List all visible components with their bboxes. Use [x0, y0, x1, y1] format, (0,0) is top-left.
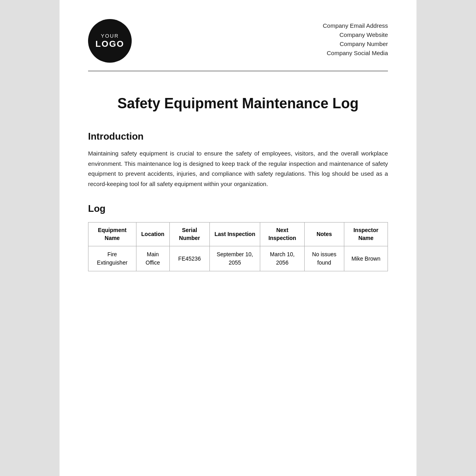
- col-header-notes: Notes: [304, 223, 344, 246]
- company-website: Company Website: [323, 31, 388, 38]
- table-cell-5: No issues found: [304, 246, 344, 271]
- introduction-section: Introduction Maintaining safety equipmen…: [88, 131, 388, 189]
- col-header-inspector: Inspector Name: [344, 223, 388, 246]
- log-table: Equipment Name Location Serial Number La…: [88, 222, 388, 271]
- header: YOUR LOGO Company Email Address Company …: [88, 19, 388, 71]
- log-section: Log Equipment Name Location Serial Numbe…: [88, 203, 388, 271]
- company-number: Company Number: [323, 40, 388, 47]
- company-email: Company Email Address: [323, 22, 388, 29]
- col-header-serial: Serial Number: [169, 223, 209, 246]
- logo-line1: YOUR: [101, 33, 119, 39]
- company-info: Company Email Address Company Website Co…: [323, 19, 388, 56]
- table-cell-0: Fire Extinguisher: [88, 246, 136, 271]
- title-section: Safety Equipment Maintenance Log: [88, 95, 388, 112]
- introduction-heading: Introduction: [88, 131, 388, 142]
- col-header-last-inspection: Last Inspection: [209, 223, 260, 246]
- company-logo: YOUR LOGO: [88, 19, 132, 63]
- table-row: Fire ExtinguisherMain OfficeFE45236Septe…: [88, 246, 388, 271]
- main-title: Safety Equipment Maintenance Log: [88, 95, 388, 112]
- introduction-body: Maintaining safety equipment is crucial …: [88, 148, 388, 189]
- logo-line2: LOGO: [96, 39, 125, 49]
- page: YOUR LOGO Company Email Address Company …: [60, 0, 416, 476]
- col-header-location: Location: [136, 223, 169, 246]
- table-cell-4: March 10, 2056: [260, 246, 304, 271]
- col-header-next-inspection: Next Inspection: [260, 223, 304, 246]
- table-cell-1: Main Office: [136, 246, 169, 271]
- company-social: Company Social Media: [323, 50, 388, 56]
- table-cell-2: FE45236: [169, 246, 209, 271]
- table-cell-6: Mike Brown: [344, 246, 388, 271]
- col-header-equipment: Equipment Name: [88, 223, 136, 246]
- table-header-row: Equipment Name Location Serial Number La…: [88, 223, 388, 246]
- log-heading: Log: [88, 203, 388, 214]
- table-cell-3: September 10, 2055: [209, 246, 260, 271]
